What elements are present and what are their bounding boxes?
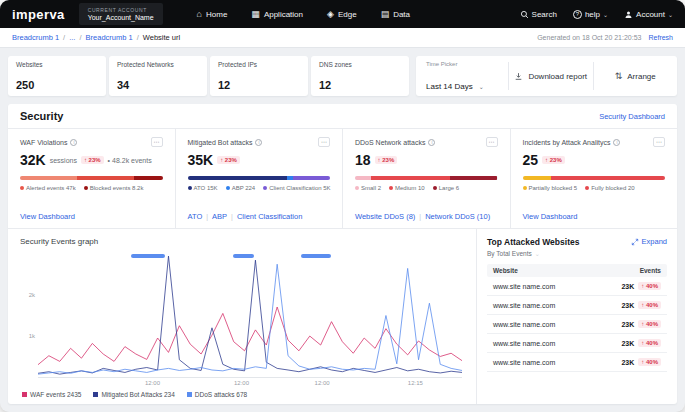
- refresh-link[interactable]: Refresh: [648, 34, 673, 41]
- more-menu-icon[interactable]: ⋯: [486, 137, 498, 147]
- table-row[interactable]: www.site name.com23K↑ 40%: [487, 315, 667, 334]
- info-icon[interactable]: i: [70, 139, 77, 146]
- application-grid-icon: ▦: [251, 10, 260, 19]
- attack-period-bar: [301, 254, 331, 258]
- expand-button[interactable]: Expand: [631, 237, 667, 246]
- legend-dot: [355, 186, 359, 190]
- security-events-graph-panel: Security Events graph 2k1k 12:0012:0012:…: [8, 229, 477, 404]
- bar-segment: [371, 176, 451, 180]
- metric-unit: sessions: [50, 157, 77, 164]
- metric-card-link[interactable]: ATO: [188, 212, 203, 221]
- legend-item: Medium 10: [389, 185, 425, 191]
- legend-item: Large 6: [433, 185, 459, 191]
- legend-dot: [188, 186, 192, 190]
- time-picker[interactable]: Time Picker Last 14 Days ⌄: [416, 56, 508, 96]
- imperva-dashboard: imperva CURRENT ACCOUNT Your_Account_Nam…: [0, 0, 685, 412]
- table-row[interactable]: www.site name.com23K↑ 40%: [487, 353, 667, 372]
- current-account-name: Your_Account_Name: [88, 14, 154, 21]
- section-title: Security: [20, 110, 63, 122]
- stat-card-protected-ips[interactable]: Protected IPs 12: [210, 56, 308, 96]
- stat-label: Websites: [16, 61, 98, 68]
- stat-value: 34: [117, 79, 199, 91]
- nav-item-data[interactable]: ▤ Data: [381, 10, 410, 19]
- chart-legend-item[interactable]: DDoS attacks 678: [187, 391, 247, 398]
- sort-selector[interactable]: By Total Events ⌄: [487, 250, 667, 257]
- nav-label: Home: [206, 10, 227, 19]
- imperva-logo: imperva: [12, 7, 65, 22]
- stat-card-websites[interactable]: Websites 250: [8, 56, 106, 96]
- help-menu[interactable]: ? help ⌄: [573, 10, 608, 19]
- chart-plot-area[interactable]: 2k1k: [38, 254, 462, 378]
- y-axis-tick: 2k: [29, 292, 35, 298]
- chart-legend-item[interactable]: WAF events 2435: [22, 391, 81, 398]
- primary-nav: ⌂ Home ▦ Application ◈ Edge ▤ Data: [197, 10, 410, 19]
- chevron-down-icon: ⌄: [479, 83, 484, 90]
- website-cell: www.site name.com: [493, 321, 555, 328]
- nav-item-edge[interactable]: ◈ Edge: [327, 10, 357, 19]
- trend-badge: ↑ 40%: [638, 339, 661, 347]
- current-account-switcher[interactable]: CURRENT ACCOUNT Your_Account_Name: [79, 3, 163, 25]
- metric-card-link[interactable]: View Dashboard: [523, 212, 578, 221]
- nav-item-application[interactable]: ▦ Application: [251, 10, 303, 19]
- metric-links: View Dashboard: [20, 212, 163, 221]
- info-icon[interactable]: i: [255, 139, 262, 146]
- breadcrumb-link[interactable]: Breadcrumb 1: [12, 33, 59, 42]
- table-row[interactable]: www.site name.com23K↑ 40%: [487, 277, 667, 296]
- home-icon: ⌂: [197, 10, 202, 19]
- metric-links: View Dashboard: [523, 212, 666, 221]
- metric-card-link[interactable]: Client Classification: [237, 212, 302, 221]
- more-menu-icon[interactable]: ⋯: [151, 137, 163, 147]
- more-menu-icon[interactable]: ⋯: [653, 137, 665, 147]
- metric-card-link[interactable]: ABP: [212, 212, 227, 221]
- panel-title: Top Attacked Websites: [487, 237, 579, 247]
- security-dashboard-link[interactable]: Security Dashboard: [599, 112, 665, 121]
- metric-value: 18: [355, 152, 371, 168]
- chevron-down-icon: ⌄: [603, 11, 608, 18]
- metric-value: 25: [523, 152, 539, 168]
- legend-item: Blocked events 8.2k: [84, 185, 144, 191]
- info-icon[interactable]: i: [613, 139, 620, 146]
- stat-value: 12: [319, 79, 401, 91]
- download-report-label: Download report: [528, 72, 587, 81]
- metric-card-link[interactable]: Network DDoS (10): [425, 212, 490, 221]
- more-menu-icon[interactable]: ⋯: [318, 137, 330, 147]
- metric-legend: ATO 15K ABP 224 Client Classification 5K: [188, 185, 331, 191]
- download-report-button[interactable]: Download report: [509, 56, 593, 96]
- arrange-button[interactable]: ⇅ Arrange: [594, 56, 678, 96]
- trend-badge: ↑ 40%: [638, 301, 661, 309]
- metric-card-link[interactable]: View Dashboard: [20, 212, 75, 221]
- legend-item: Alerted events 47k: [20, 185, 76, 191]
- legend-label: Small 2: [361, 185, 381, 191]
- x-axis-tick: 12:00: [145, 380, 160, 386]
- account-menu[interactable]: Account ⌄: [624, 10, 673, 19]
- metric-value: 32K: [20, 152, 46, 168]
- breadcrumb-link[interactable]: Breadcrumb 1: [86, 33, 133, 42]
- stat-card-dns-zones[interactable]: DNS zones 12: [311, 56, 409, 96]
- trend-badge: ↑ 23%: [375, 156, 398, 164]
- stat-label: Protected IPs: [218, 61, 300, 68]
- stat-card-protected-networks[interactable]: Protected Networks 34: [109, 56, 207, 96]
- table-row[interactable]: www.site name.com23K↑ 40%: [487, 334, 667, 353]
- data-icon: ▤: [381, 10, 390, 19]
- stacked-bar: [188, 176, 331, 180]
- metric-legend: Partially blocked 5 Fully blocked 20: [523, 185, 666, 191]
- generated-timestamp: Generated on 18 Oct 20 21:20:53: [537, 34, 641, 41]
- events-value: 23K: [621, 283, 634, 290]
- legend-dot: [84, 186, 88, 190]
- column-header-website: Website: [493, 267, 518, 274]
- info-icon[interactable]: i: [428, 139, 435, 146]
- breadcrumb-right: Generated on 18 Oct 20 21:20:53 Refresh: [537, 34, 673, 41]
- bar-segment: [523, 176, 552, 180]
- bar-segment: [77, 176, 134, 180]
- metric-card-link[interactable]: Website DDoS (8): [355, 212, 415, 221]
- trend-badge: ↑ 40%: [638, 320, 661, 328]
- arrange-label: Arrange: [627, 72, 655, 81]
- chart-legend-item[interactable]: Mitigated Bot Attacks 234: [93, 391, 174, 398]
- nav-item-home[interactable]: ⌂ Home: [197, 10, 228, 19]
- table-row[interactable]: www.site name.com23K↑ 40%: [487, 296, 667, 315]
- chevron-down-icon: ⌄: [535, 250, 540, 257]
- search-button[interactable]: Search: [520, 10, 557, 19]
- legend-label: Alerted events 47k: [26, 185, 76, 191]
- breadcrumb-ellipsis[interactable]: ...: [69, 33, 75, 42]
- breadcrumb: Breadcrumb 1 / ... / Breadcrumb 1 / Webs…: [12, 33, 180, 42]
